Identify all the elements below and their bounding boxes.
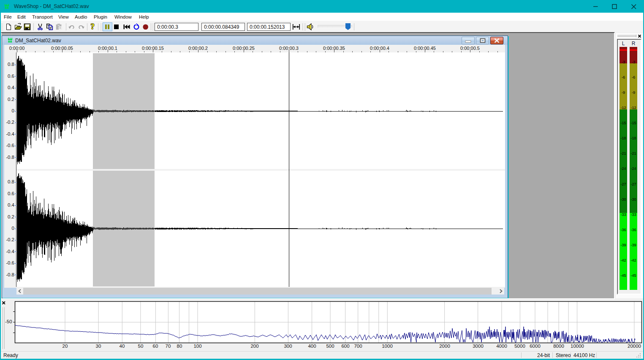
svg-text:?: ? (91, 22, 95, 31)
